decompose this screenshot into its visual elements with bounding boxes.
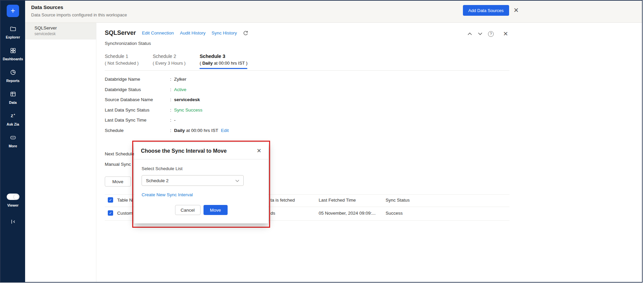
- sync-history-link[interactable]: Sync History: [212, 30, 237, 35]
- svg-text:Z: Z: [11, 114, 13, 118]
- col-header-table-name: Table N: [117, 198, 133, 203]
- sidebar-item-label: Dashboards: [3, 57, 23, 61]
- panel-close-icon[interactable]: ✕: [503, 30, 508, 38]
- cell-data-fetched: ds: [270, 211, 275, 216]
- ellipsis-icon: [10, 134, 16, 142]
- sidebar-item-data[interactable]: Data: [1, 91, 25, 106]
- next-schedule-label: Next Schedule: [105, 151, 134, 156]
- detail-row: Last Data Sync Time : -: [105, 118, 229, 128]
- header-close-icon[interactable]: ✕: [513, 6, 519, 14]
- collapse-sidebar-icon[interactable]: [1, 218, 25, 225]
- pie-chart-icon: [10, 69, 16, 77]
- sync-status-label: Synchronization Status: [105, 41, 151, 46]
- viewer-label: Viewer: [7, 203, 19, 207]
- dialog-title: Choose the Sync Interval to Move: [141, 148, 227, 154]
- detail-row: Databridge Name : Zylker: [105, 77, 229, 87]
- sidebar-item-more[interactable]: More: [1, 134, 25, 149]
- source-list-panel: SQLServer servicedesk: [25, 23, 96, 282]
- viewer-toggle[interactable]: [7, 194, 19, 200]
- databridge-name-value: Zylker: [174, 77, 186, 82]
- dialog-close-icon[interactable]: ✕: [257, 147, 261, 154]
- create-new-sync-interval-link[interactable]: Create New Sync Interval: [142, 192, 193, 197]
- sidebar-item-label: Data: [9, 100, 17, 104]
- schedule-select-label: Select Schedule List: [142, 166, 261, 171]
- source-list-item[interactable]: SQLServer servicedesk: [25, 23, 96, 40]
- main-header: SQLServer Edit Connection Audit History …: [105, 29, 248, 37]
- divider: [105, 70, 509, 71]
- edit-schedule-link[interactable]: Edit: [221, 128, 229, 133]
- source-database-value: servicedesk: [174, 97, 200, 102]
- detail-row: Schedule : Daily at 00:00 hrs IST Edit: [105, 128, 229, 138]
- tab-schedule-1[interactable]: Schedule 1 ( Not Scheduled ): [105, 54, 139, 69]
- sidebar-item-label: Reports: [6, 79, 20, 83]
- page-subtitle: Data Source imports configured in this w…: [31, 12, 642, 17]
- sidebar: + Explorer Dashboards Reports: [1, 1, 25, 282]
- edit-connection-link[interactable]: Edit Connection: [142, 30, 174, 35]
- move-tables-button[interactable]: Move: [105, 176, 131, 187]
- chevron-up-icon[interactable]: [467, 32, 472, 35]
- schedule-tabs: Schedule 1 ( Not Scheduled ) Schedule 2 …: [105, 54, 247, 69]
- tab-schedule-3[interactable]: Schedule 3 ( Daily at 00:00 hrs IST ): [199, 54, 247, 69]
- sidebar-item-ask-zia[interactable]: Z Ask Zia: [1, 113, 25, 128]
- table-icon: [10, 91, 16, 99]
- sidebar-item-dashboards[interactable]: Dashboards: [1, 47, 25, 62]
- cell-table-name: Custom: [117, 211, 133, 216]
- source-name: SQLServer: [34, 25, 96, 30]
- chevron-down-icon: [235, 178, 239, 183]
- audit-history-link[interactable]: Audit History: [180, 30, 206, 35]
- cell-last-fetched-time: 05 November, 2024 09:09:...: [319, 211, 376, 216]
- panel-controls: ? ✕: [467, 30, 508, 38]
- last-sync-status-value: Sync Success: [174, 107, 203, 113]
- plus-icon: +: [11, 6, 15, 15]
- sidebar-nav: Explorer Dashboards Reports Data: [1, 25, 25, 149]
- annotation-highlight-box: Choose the Sync Interval to Move ✕ Selec…: [132, 141, 270, 228]
- cancel-button[interactable]: Cancel: [175, 205, 200, 215]
- viewer-section: Viewer: [1, 194, 25, 207]
- active-tab-underline: [199, 68, 247, 69]
- col-header-data-fetched: ta is fetched: [270, 198, 295, 203]
- header-checkbox[interactable]: ✓: [108, 197, 113, 203]
- sidebar-item-label: Explorer: [6, 35, 20, 39]
- sidebar-item-reports[interactable]: Reports: [1, 69, 25, 84]
- schedule-value: Daily at 00:00 hrs IST: [174, 128, 218, 133]
- zia-icon: Z: [10, 113, 16, 121]
- detail-row: Last Data Sync Status : Sync Success: [105, 107, 229, 118]
- modal-move-button[interactable]: Move: [204, 205, 228, 215]
- dialog-header: Choose the Sync Interval to Move ✕: [134, 143, 268, 159]
- row-checkbox[interactable]: ✓: [108, 210, 113, 216]
- col-header-last-fetched-time: Last Fetched Time: [319, 198, 356, 203]
- grid-icon: [10, 47, 16, 55]
- sidebar-item-label: Ask Zia: [7, 122, 19, 126]
- folder-icon: [10, 25, 16, 33]
- chevron-down-icon[interactable]: [478, 32, 483, 35]
- refresh-icon[interactable]: [243, 30, 248, 36]
- cell-sync-status: Success: [386, 211, 403, 216]
- add-data-sources-button[interactable]: Add Data Sources: [463, 5, 509, 16]
- app-window: + Explorer Dashboards Reports: [0, 0, 643, 283]
- manual-sync-label: Manual Sync: [105, 162, 131, 167]
- move-sync-interval-dialog: Choose the Sync Interval to Move ✕ Selec…: [134, 143, 268, 223]
- detail-row: Databridge Status : Active: [105, 87, 229, 97]
- col-header-sync-status: Sync Status: [386, 198, 410, 203]
- selected-schedule-value: Schedule 2: [146, 178, 169, 183]
- create-new-button[interactable]: +: [7, 5, 19, 17]
- tab-schedule-2[interactable]: Schedule 2 ( Every 3 Hours ): [153, 54, 185, 69]
- sync-details: Databridge Name : Zylker Databridge Stat…: [105, 77, 229, 138]
- datasource-title: SQLServer: [105, 29, 136, 37]
- last-sync-time-value: -: [174, 118, 176, 123]
- topbar: Data Sources Data Source imports configu…: [25, 1, 642, 23]
- page-title: Data Sources: [31, 4, 642, 10]
- detail-row: Source Database Name : servicedesk: [105, 97, 229, 107]
- sidebar-item-label: More: [9, 144, 17, 148]
- sidebar-item-explorer[interactable]: Explorer: [1, 25, 25, 41]
- help-icon[interactable]: ?: [488, 31, 494, 37]
- dialog-body: Select Schedule List Schedule 2 Create N…: [134, 159, 268, 215]
- databridge-status-value: Active: [174, 87, 186, 92]
- source-database: servicedesk: [34, 31, 96, 36]
- schedule-select[interactable]: Schedule 2: [142, 175, 244, 186]
- toggle-knob: [14, 195, 18, 199]
- dialog-footer: Cancel Move: [142, 205, 261, 215]
